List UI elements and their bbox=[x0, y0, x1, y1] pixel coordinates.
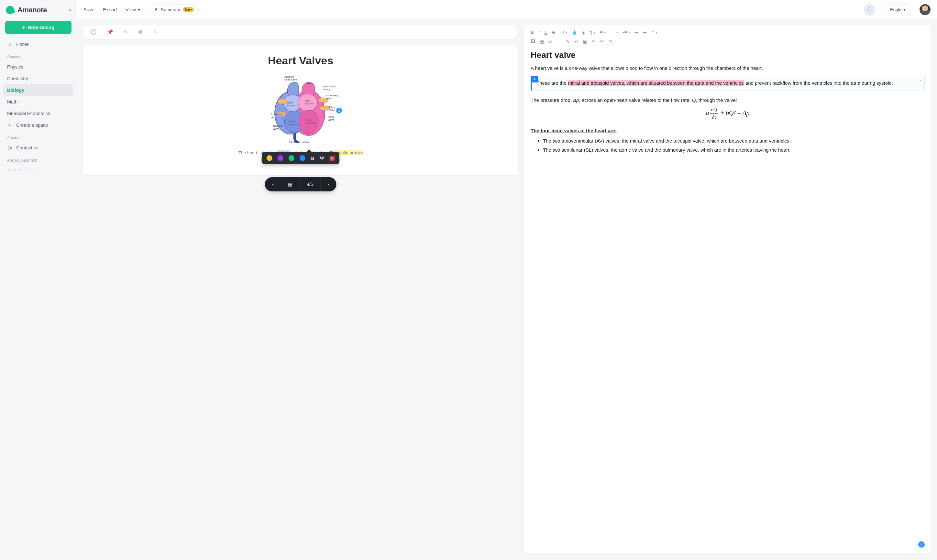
avatar[interactable] bbox=[920, 4, 931, 15]
editor-body[interactable]: Heart valve A heart valve is a one-way v… bbox=[531, 48, 925, 156]
sidebar-section-amanote: Amanote bbox=[3, 131, 74, 142]
unordered-list-dropdown[interactable]: •≡ bbox=[623, 30, 630, 35]
view-dropdown[interactable]: View ▾ bbox=[126, 7, 140, 12]
italic-icon[interactable]: I bbox=[538, 30, 540, 35]
brand-logo bbox=[6, 6, 14, 14]
label-svc: Superior Vena Cava bbox=[284, 75, 297, 81]
sidebar-item-financial-economics[interactable]: Financial Economics bbox=[3, 108, 74, 119]
topbar: Save Export View ▾ 🗎 Summary New ☾ Engli… bbox=[77, 0, 937, 19]
sidebar-item-chemistry[interactable]: Chemistry bbox=[3, 73, 74, 85]
sidebar-item-home[interactable]: ⌂ Home bbox=[3, 38, 74, 50]
split-handle[interactable]: ⋮⋮⋮ bbox=[529, 285, 532, 295]
heart-diagram: Superior Vena Cava Aorta Pulmonary Arter… bbox=[255, 74, 346, 145]
sidebar-item-math[interactable]: Math bbox=[3, 96, 74, 108]
paragraph-dropdown[interactable]: ¶ bbox=[590, 30, 596, 35]
color-blue[interactable] bbox=[300, 155, 305, 161]
table-icon[interactable]: ▦ bbox=[540, 39, 544, 44]
save-button[interactable]: Save bbox=[83, 7, 94, 12]
pager-current: 4 bbox=[307, 182, 309, 187]
create-space-button[interactable]: + Create a space bbox=[3, 119, 74, 131]
pager-prev[interactable]: ‹ bbox=[265, 177, 281, 191]
doc-toolbar: 🕘 📌 ✎ ▣ A bbox=[83, 25, 518, 39]
color-purple[interactable] bbox=[277, 155, 284, 161]
bold-icon[interactable]: B bbox=[531, 30, 534, 35]
document-page: Heart Valves bbox=[83, 45, 518, 175]
label-av: Aortic Valve bbox=[328, 115, 334, 121]
editor-intro: A heart valve is a one-way valve that al… bbox=[531, 65, 925, 72]
star-icon[interactable]: ☆ bbox=[30, 166, 34, 173]
quote-dropdown[interactable]: ❝ bbox=[651, 30, 657, 35]
note-pin[interactable]: 1 bbox=[336, 108, 342, 114]
pager-count: 4 / 5 bbox=[300, 177, 320, 191]
clear-format-icon[interactable]: ◈ bbox=[582, 30, 585, 35]
underline-icon[interactable]: U bbox=[544, 30, 547, 35]
label-pvv: Pulmonary Valve bbox=[271, 113, 283, 118]
summary-label: Summary bbox=[161, 7, 180, 12]
summary-button[interactable]: 🗎 Summary New bbox=[149, 4, 199, 15]
dark-mode-toggle[interactable]: ☾ bbox=[864, 4, 875, 15]
code-block-icon[interactable]: ▣ bbox=[583, 39, 587, 44]
note-taking-button[interactable]: + Note-taking bbox=[5, 21, 71, 34]
export-button[interactable]: Export bbox=[103, 7, 117, 12]
star-icon[interactable]: ☆ bbox=[12, 166, 17, 173]
align-dropdown[interactable]: ≡ bbox=[600, 30, 606, 35]
draw-icon[interactable]: ✏ bbox=[592, 39, 596, 44]
equation: a∂Q∂t + bQ² = Δp bbox=[531, 106, 925, 121]
pager-next[interactable]: › bbox=[321, 177, 336, 191]
omega-icon[interactable]: Ω bbox=[549, 39, 552, 44]
star-icon[interactable]: ☆ bbox=[24, 166, 28, 173]
moon-icon: ☾ bbox=[868, 6, 872, 12]
color-green[interactable] bbox=[288, 155, 294, 161]
text-style-icon[interactable]: A bbox=[153, 29, 157, 35]
star-icon[interactable]: ☆ bbox=[18, 166, 23, 173]
color-yellow[interactable] bbox=[267, 155, 273, 161]
outdent-icon[interactable]: ⇤ bbox=[635, 30, 638, 35]
redo-icon[interactable]: ↷ bbox=[609, 39, 612, 44]
svg-rect-8 bbox=[320, 106, 330, 110]
undo-icon[interactable]: ↶ bbox=[600, 39, 604, 44]
pager-grid[interactable]: ▦ bbox=[281, 177, 300, 191]
indent-icon[interactable]: ⇥ bbox=[643, 30, 647, 35]
image-icon[interactable]: 🖼 bbox=[531, 39, 535, 44]
list-item: The two semilunar (SL) valves, the aorti… bbox=[543, 146, 925, 154]
label-rv: Right Ventricle bbox=[289, 120, 299, 126]
formula-icon[interactable]: √x bbox=[574, 39, 579, 44]
font-size-dropdown[interactable]: TI bbox=[560, 30, 567, 35]
brand-name: Amanote bbox=[17, 6, 47, 14]
star-icon[interactable]: ☆ bbox=[6, 166, 11, 173]
hr-icon[interactable]: — bbox=[556, 39, 561, 44]
highlighter-icon[interactable]: ✎ bbox=[566, 39, 569, 44]
sidebar-item-contact-us[interactable]: @ Contact us bbox=[3, 142, 74, 154]
youtube-icon[interactable]: ▸ bbox=[329, 156, 334, 161]
sidebar-item-biology[interactable]: Biology bbox=[3, 85, 74, 96]
label-ivc: Inferior Vena Cava bbox=[289, 141, 310, 143]
note-taking-label: Note-taking bbox=[28, 25, 55, 30]
sticky-note-icon[interactable]: ▣ bbox=[138, 29, 143, 35]
status-check-icon[interactable]: ✓ bbox=[918, 541, 925, 548]
google-icon[interactable]: G bbox=[311, 155, 314, 161]
at-icon: @ bbox=[7, 145, 12, 150]
strikethrough-icon[interactable]: S bbox=[552, 30, 555, 35]
label-pv: Pulmonary Vein bbox=[326, 94, 338, 100]
sidebar-item-physics[interactable]: Physics bbox=[3, 61, 74, 73]
wikipedia-icon[interactable]: W bbox=[319, 155, 324, 161]
note-text: and prevent backflow from the ventricles… bbox=[744, 80, 893, 86]
clock-icon[interactable]: 🕘 bbox=[91, 29, 97, 35]
editor-toolbar: B I U S TI 💧 ◈ ¶ ≡ ≔ •≡ ⇤ ⇥ ❝ bbox=[531, 30, 925, 39]
list-item: The two atrioventricular (AV) valves, th… bbox=[543, 137, 925, 145]
collapse-sidebar-icon[interactable]: « bbox=[69, 7, 71, 13]
note-text: These are the bbox=[536, 80, 568, 86]
pressure-text: The pressure drop, Δp, across an open-he… bbox=[531, 97, 925, 104]
svg-rect-6 bbox=[278, 99, 287, 104]
close-icon[interactable]: × bbox=[920, 78, 922, 84]
document-pane: 🕘 📌 ✎ ▣ A Heart Valves bbox=[83, 25, 518, 554]
pin-icon[interactable]: 📌 bbox=[107, 29, 113, 35]
label-aorta: Aorta bbox=[307, 82, 313, 85]
fill-color-icon[interactable]: 💧 bbox=[572, 30, 577, 35]
language-button[interactable]: English bbox=[884, 4, 911, 15]
space-label: Biology bbox=[7, 88, 24, 93]
pencil-icon[interactable]: ✎ bbox=[123, 29, 128, 35]
note-block: 1 × These are the mitral and tricuspid v… bbox=[531, 76, 925, 91]
ordered-list-dropdown[interactable]: ≔ bbox=[610, 30, 618, 35]
rating-stars: ☆ ☆ ☆ ☆ ☆ bbox=[3, 165, 74, 175]
